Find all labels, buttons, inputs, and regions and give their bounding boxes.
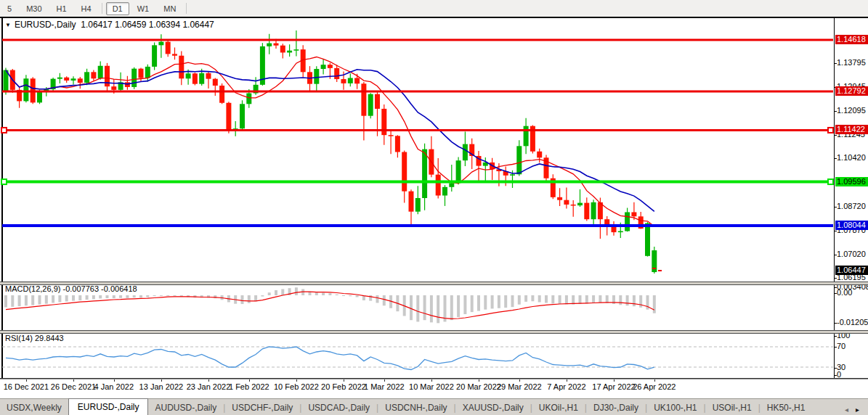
- timeframe-button-h4[interactable]: H4: [75, 2, 98, 15]
- date-tick: [249, 379, 250, 382]
- date-tick: [296, 379, 297, 382]
- timeframe-button-h1[interactable]: H1: [50, 2, 73, 15]
- rsi-indicator-label: RSI(14) 29.8443: [5, 334, 64, 342]
- mt4-window: 5M30H1H4D1W1MN ▼EURUSD-,Daily 1.06417 1.…: [0, 0, 868, 415]
- date-tick: [431, 379, 432, 382]
- date-label: 17 Apr 2022: [592, 382, 635, 391]
- date-tick: [479, 379, 479, 382]
- date-tick: [26, 379, 27, 382]
- chart-symbol-label: EURUSD-,Daily: [15, 20, 76, 30]
- tab-eurusd-daily[interactable]: EURUSD-,Daily: [68, 398, 149, 415]
- date-tick: [73, 379, 74, 382]
- date-label: 1 Mar 2022: [364, 382, 405, 391]
- price-badge: 1.14618: [835, 35, 868, 44]
- chart-title: ▼EURUSD-,Daily 1.06417 1.06459 1.06394 1…: [5, 20, 214, 30]
- macd-indicator-label: MACD(12,26,9) -0.007763 -0.006418: [5, 284, 137, 293]
- date-axis-border: [0, 378, 868, 379]
- tab-dj30-daily[interactable]: DJ30-,Daily: [587, 400, 645, 415]
- tab-usdx-weekly[interactable]: USDX,Weekly: [0, 400, 68, 415]
- chart-quote-ohlc: 1.06417 1.06459 1.06394 1.06447: [81, 20, 214, 30]
- price-badge: 1.08044: [835, 221, 868, 230]
- date-label: 16 Dec 2021: [4, 382, 49, 391]
- date-label: 10 Mar 2022: [409, 382, 454, 391]
- timeframe-button-d1[interactable]: D1: [106, 2, 129, 15]
- tab-scroll-arrows: ◂▸: [845, 406, 868, 415]
- date-tick: [384, 379, 385, 382]
- indicator-axis-label: 70: [837, 342, 845, 350]
- date-label: 4 Jan 2022: [94, 382, 134, 391]
- price-badge: 1.06447: [835, 266, 868, 275]
- tab-audusd-daily[interactable]: AUDUSD-,Daily: [148, 400, 223, 415]
- timeframe-toolbar: 5M30H1H4D1W1MN: [0, 0, 868, 17]
- date-tick: [208, 379, 209, 382]
- date-tick: [161, 379, 162, 382]
- price-axis-label: 1.13795: [837, 58, 866, 67]
- date-label: 10 Feb 2022: [274, 382, 319, 391]
- tab-usoil-h1[interactable]: USOil-,H1: [706, 400, 758, 415]
- chart-left-border: [1, 17, 3, 378]
- indicator-axis-label: -0.012058: [837, 318, 868, 326]
- indicator-axis-label: 0.00: [837, 288, 852, 297]
- timeframe-button-mn[interactable]: MN: [157, 2, 182, 15]
- date-label: 1 Feb 2022: [229, 382, 269, 391]
- rsi-panel-divider[interactable]: [0, 330, 868, 334]
- date-label: 20 Mar 2022: [456, 382, 501, 391]
- tab-uk100-h1[interactable]: UK100-,H1: [647, 400, 703, 415]
- tab-usdchf-daily[interactable]: USDCHF-,Daily: [225, 400, 299, 415]
- toolbar-separator: [102, 3, 102, 14]
- date-tick: [114, 379, 115, 382]
- date-label: 23 Jan 2022: [187, 382, 231, 391]
- price-axis-label: 1.12095: [837, 106, 866, 115]
- timeframe-button-w1[interactable]: W1: [131, 2, 156, 15]
- date-tick: [614, 379, 615, 382]
- chart-dropdown-icon[interactable]: ▼: [5, 22, 11, 28]
- date-label: 29 Mar 2022: [497, 382, 542, 391]
- tab-xauusd-daily[interactable]: XAUUSD-,Daily: [456, 400, 530, 415]
- timeframe-button-5[interactable]: 5: [1, 2, 18, 15]
- date-axis: 16 Dec 202126 Dec 20214 Jan 202213 Jan 2…: [0, 379, 868, 398]
- date-tick: [567, 379, 567, 382]
- price-axis-label: 1.10420: [837, 153, 866, 162]
- price-axis-label: 1.07020: [837, 250, 866, 258]
- date-label: 7 Apr 2022: [547, 382, 585, 391]
- tab-ukoil-h1[interactable]: UKOil-,H1: [532, 400, 585, 415]
- price-badge: 1.11422: [835, 125, 868, 134]
- tab-hk50-h1[interactable]: HK50-,H1: [760, 400, 812, 415]
- price-axis-border: [834, 17, 835, 378]
- date-tick: [654, 379, 655, 382]
- tab-scroll-left-icon[interactable]: ◂: [845, 406, 848, 414]
- date-label: 26 Dec 2021: [51, 382, 96, 391]
- price-axis-label: 1.08720: [837, 202, 866, 210]
- date-label: 26 Apr 2022: [633, 382, 676, 391]
- symbol-tabbar: USDX,WeeklyEURUSD-,DailyAUDUSD-,Daily|US…: [0, 398, 868, 415]
- timeframe-button-m30[interactable]: M30: [20, 2, 48, 15]
- price-badge: 1.12792: [835, 86, 868, 96]
- toolbar-separator: [186, 3, 187, 14]
- chart-window[interactable]: [0, 17, 868, 400]
- date-label: 20 Feb 2022: [321, 382, 366, 391]
- date-tick: [344, 379, 344, 382]
- date-label: 13 Jan 2022: [139, 382, 184, 391]
- tab-usdcnh-daily[interactable]: USDCNH-,Daily: [378, 400, 453, 415]
- tab-usdcad-daily[interactable]: USDCAD-,Daily: [301, 400, 376, 415]
- tab-scroll-right-icon[interactable]: ▸: [856, 406, 859, 414]
- price-badge: 1.09596: [835, 177, 868, 186]
- date-tick: [519, 379, 520, 382]
